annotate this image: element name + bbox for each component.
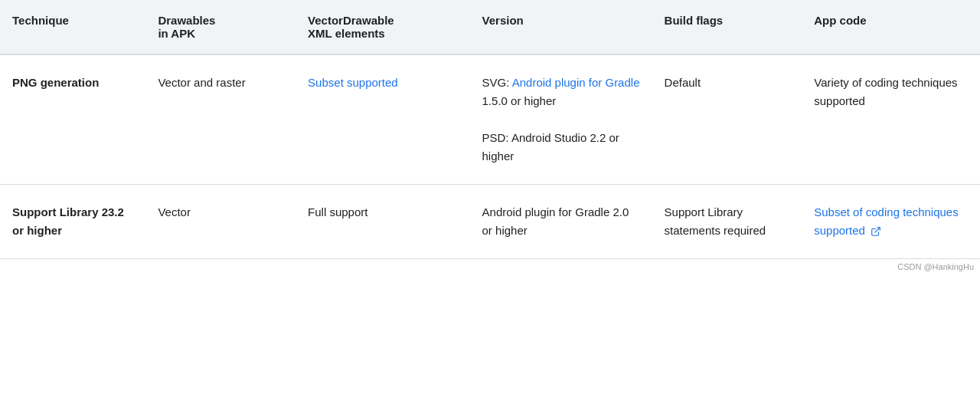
row1-vector: Subset supported — [296, 54, 469, 185]
table-row: PNG generation Vector and raster Subset … — [0, 54, 980, 185]
watermark: CSDN @HankingHu — [0, 259, 980, 274]
header-version: Version — [470, 0, 652, 54]
row1-version: SVG: Android plugin for Gradle 1.5.0 or … — [470, 54, 652, 185]
header-build: Build flags — [652, 0, 802, 54]
row2-technique: Support Library 23.2 or higher — [0, 185, 145, 259]
row1-technique: PNG generation — [0, 54, 145, 185]
row1-appcode: Variety of coding techniques supported — [802, 54, 980, 185]
header-appcode: App code — [802, 0, 980, 54]
table-wrapper: Technique Drawablesin APK VectorDrawable… — [0, 0, 980, 274]
row1-build: Default — [652, 54, 802, 185]
android-plugin-gradle-link[interactable]: Android plugin for Gradle — [512, 76, 640, 89]
external-link-icon — [871, 226, 881, 237]
svg-line-0 — [875, 228, 880, 232]
subset-coding-link[interactable]: Subset of coding techniques supported — [814, 205, 958, 237]
row2-vector: Full support — [296, 185, 469, 259]
row2-build: Support Library statements required — [652, 185, 802, 259]
subset-supported-link[interactable]: Subset supported — [308, 76, 398, 89]
table-row: Support Library 23.2 or higher Vector Fu… — [0, 185, 980, 259]
row1-drawables: Vector and raster — [145, 54, 296, 185]
row2-appcode: Subset of coding techniques supported — [802, 185, 980, 259]
header-drawables: Drawablesin APK — [145, 0, 296, 54]
header-technique: Technique — [0, 0, 145, 54]
row2-version: Android plugin for Gradle 2.0 or higher — [470, 185, 652, 259]
table-header-row: Technique Drawablesin APK VectorDrawable… — [0, 0, 980, 54]
header-vector: VectorDrawableXML elements — [296, 0, 469, 54]
row2-drawables: Vector — [145, 185, 296, 259]
comparison-table: Technique Drawablesin APK VectorDrawable… — [0, 0, 980, 259]
